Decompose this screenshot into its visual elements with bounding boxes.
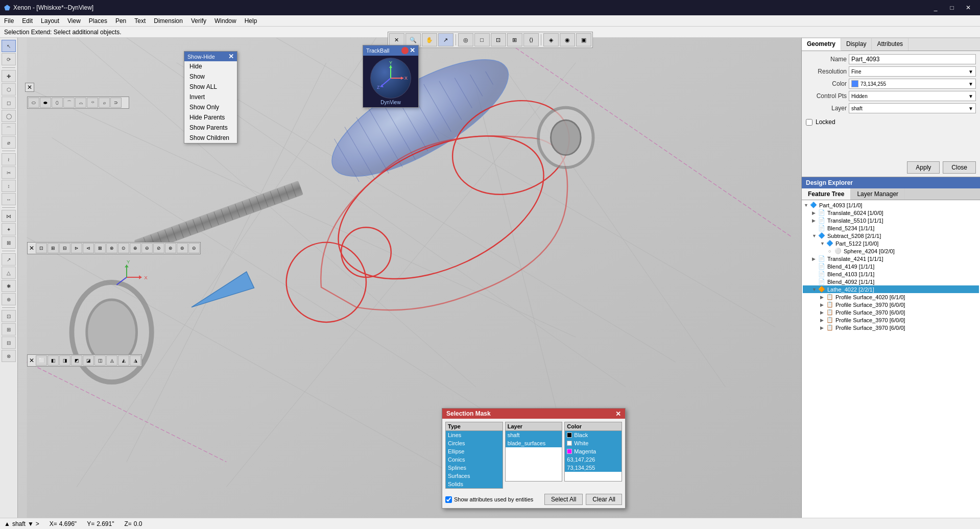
close-icon-small[interactable]: ✕: [26, 84, 33, 91]
tool-extra1[interactable]: ⊡: [2, 310, 16, 322]
menu-edit[interactable]: Edit: [18, 16, 37, 26]
show-hide-item-hide[interactable]: Hide: [184, 61, 237, 71]
type-ellipse[interactable]: Ellipse: [446, 447, 503, 455]
sm-type-list[interactable]: Lines Circles Ellipse Conics Splines Sur…: [445, 430, 503, 489]
tab-feature-tree[interactable]: Feature Tree: [802, 188, 851, 200]
type-conics[interactable]: Conics: [446, 455, 503, 464]
menu-window[interactable]: Window: [210, 16, 241, 26]
clear-button[interactable]: Clear All: [586, 494, 622, 505]
resolution-dropdown[interactable]: Fine ▼: [849, 66, 976, 77]
trackball-sphere[interactable]: X Y Z: [370, 58, 411, 99]
tree-profile3970b[interactable]: ▶ 📋 Profile Surface_3970 [6/0/0]: [803, 308, 979, 316]
tree-profile3970d[interactable]: ▶ 📋 Profile Surface_3970 [6/0/0]: [803, 324, 979, 331]
ct-orbit-btn[interactable]: ◎: [458, 33, 473, 46]
color-63-147-226[interactable]: 63,147,226: [565, 455, 622, 464]
tool-3d1[interactable]: ↗: [2, 253, 16, 266]
ct-select-btn[interactable]: ↗: [438, 33, 453, 46]
snap-btn4[interactable]: ⊗: [106, 243, 117, 253]
close-icon-surface[interactable]: ✕: [28, 357, 35, 364]
tool-dim[interactable]: ✦: [2, 223, 16, 235]
snap-btn10[interactable]: ⊜: [177, 243, 188, 253]
menu-pen[interactable]: Pen: [111, 16, 130, 26]
minimize-button[interactable]: _: [928, 2, 943, 13]
type-splines[interactable]: Splines: [446, 464, 503, 472]
tool-rect[interactable]: ◻: [2, 97, 16, 109]
tool-arc[interactable]: ⌒: [2, 123, 16, 135]
controlpts-dropdown[interactable]: Hidden ▼: [849, 91, 976, 101]
tree-blend5234[interactable]: 📄 Blend_5234 [1/1/1]: [803, 224, 979, 232]
tree-blend4149[interactable]: 📄 Blend_4149 [1/1/1]: [803, 262, 979, 270]
shape-oval2[interactable]: ⬬: [40, 98, 51, 108]
ct-shaded-btn[interactable]: ◉: [560, 33, 575, 46]
surf-btn5[interactable]: ◪: [83, 355, 94, 366]
surf-btn1[interactable]: ⬜: [36, 355, 47, 366]
tool-move-h[interactable]: ↔: [2, 193, 16, 205]
close-icon-transform[interactable]: ✕: [28, 245, 35, 252]
shape-extra[interactable]: ⊃: [110, 98, 122, 108]
layer-blade-surfaces[interactable]: blade_surfaces: [506, 439, 562, 447]
snap-btn7[interactable]: ⊖: [141, 243, 153, 253]
tool-3d4[interactable]: ⊕: [2, 293, 16, 305]
snap-btn2[interactable]: ⊲: [83, 243, 94, 253]
tool-polygon[interactable]: ⬡: [2, 83, 16, 95]
menu-view[interactable]: View: [63, 16, 85, 26]
show-hide-close[interactable]: ✕: [228, 53, 234, 60]
tree-profile3970c[interactable]: ▶ 📋 Profile Surface_3970 [6/0/0]: [803, 316, 979, 324]
tree-profile3970a[interactable]: ▶ 📋 Profile Surface_3970 [6/0/0]: [803, 301, 979, 308]
color-73-134-255[interactable]: 73,134,255: [565, 464, 622, 472]
trackball-content[interactable]: X Y Z DynView: [363, 56, 418, 107]
tool-trim[interactable]: ✂: [2, 166, 16, 179]
tool-spline[interactable]: ≀: [2, 153, 16, 165]
shape-oval3[interactable]: ⬯: [52, 98, 63, 108]
surf-btn3[interactable]: ◨: [59, 355, 70, 366]
tool-rotate[interactable]: ⟳: [2, 53, 16, 65]
color-magenta[interactable]: Magenta: [565, 447, 622, 455]
shape-arc2[interactable]: ⌓: [75, 98, 86, 108]
trackball-close[interactable]: ✕: [410, 47, 415, 54]
window-close-button[interactable]: ✕: [961, 2, 976, 13]
show-hide-item-show[interactable]: Show: [184, 71, 237, 82]
feature-tree[interactable]: ▼ 🔷 Part_4093 [1/1/0] ▶ 📄 Translate_6024…: [802, 200, 980, 518]
apply-button[interactable]: Apply: [907, 161, 940, 174]
tree-blend4103[interactable]: 📄 Blend_4103 [1/1/1]: [803, 270, 979, 278]
layer-shaft[interactable]: shaft: [506, 431, 562, 439]
show-hide-item-showonly[interactable]: Show Only: [184, 102, 237, 112]
layer-dropdown[interactable]: shaft ▼: [849, 103, 976, 113]
tool-grid[interactable]: ⊠: [2, 236, 16, 249]
tool-extra3[interactable]: ⊟: [2, 336, 16, 349]
snap-btn8[interactable]: ⊘: [153, 243, 164, 253]
surf-btn6[interactable]: ◫: [94, 355, 106, 366]
type-surfaces[interactable]: Surfaces: [446, 472, 503, 480]
snap-btn6[interactable]: ⊕: [130, 243, 141, 253]
select-all-button[interactable]: Select All: [544, 494, 583, 505]
type-solids[interactable]: Solids: [446, 480, 503, 488]
surf-btn7[interactable]: ◬: [106, 355, 117, 366]
name-field-value[interactable]: Part_4093: [849, 54, 976, 64]
snap-btn5[interactable]: ⊙: [118, 243, 129, 253]
tree-trans4241[interactable]: ▶ 📄 Translate_4241 [1/1/1]: [803, 255, 979, 262]
show-hide-item-showchildren[interactable]: Show Children: [184, 133, 237, 143]
snap-btn9[interactable]: ⊛: [165, 243, 176, 253]
ct-top-btn[interactable]: ⊡: [491, 33, 506, 46]
shape-arc4[interactable]: ⌕: [99, 98, 110, 108]
show-hide-item-invert[interactable]: Invert: [184, 92, 237, 102]
type-lines[interactable]: Lines: [446, 431, 503, 439]
menu-layout[interactable]: Layout: [37, 16, 63, 26]
surf-btn2[interactable]: ◧: [47, 355, 59, 366]
sm-show-attrs-checkbox[interactable]: [445, 496, 452, 503]
ct-iso-btn[interactable]: ⟨⟩: [523, 33, 539, 46]
surf-btn9[interactable]: ◮: [130, 355, 141, 366]
surf-btn8[interactable]: ◭: [118, 355, 129, 366]
color-white[interactable]: White: [565, 439, 622, 447]
tool-extra4[interactable]: ⊗: [2, 350, 16, 362]
tab-display[interactable]: Display: [841, 38, 872, 51]
main-viewport[interactable]: X Y ✕ ⬭ ⬬ ⬯ ⌒ ⌓ ⌔ ⌕ ⊃ ✕ ⊡ ⊞ ⊟ ⊳ ⊲ ⊠ ⊗ ⊙ …: [18, 38, 801, 518]
menu-file[interactable]: File: [0, 16, 18, 26]
tree-blend4092[interactable]: 📄 Blend_4092 [1/1/1]: [803, 278, 979, 285]
tree-part4093[interactable]: ▼ 🔷 Part_4093 [1/1/0]: [803, 201, 979, 209]
close-object-button[interactable]: Close: [943, 161, 976, 174]
tool-circle[interactable]: ◯: [2, 110, 16, 122]
tree-profile4020[interactable]: ▶ 📋 Profile Surface_4020 [6/1/0]: [803, 293, 979, 301]
tool-3d2[interactable]: △: [2, 267, 16, 279]
snap-btn1[interactable]: ⊳: [71, 243, 82, 253]
